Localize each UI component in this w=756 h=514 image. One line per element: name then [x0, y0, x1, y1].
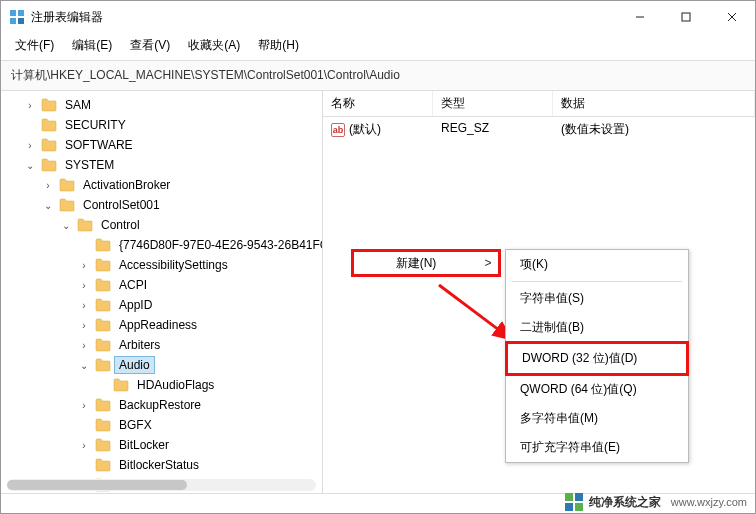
tree-item[interactable]: ›AppID	[1, 295, 322, 315]
close-button[interactable]	[709, 1, 755, 33]
tree-item[interactable]: HDAudioFlags	[1, 375, 322, 395]
tree-item[interactable]: BitlockerStatus	[1, 455, 322, 475]
tree-item-label: BitlockerStatus	[115, 457, 203, 473]
tree-item[interactable]: ›SOFTWARE	[1, 135, 322, 155]
tree-item[interactable]: ›BackupRestore	[1, 395, 322, 415]
context-submenu-item[interactable]: 字符串值(S)	[506, 284, 688, 313]
tree-item-label: BitLocker	[115, 437, 173, 453]
address-path: 计算机\HKEY_LOCAL_MACHINE\SYSTEM\ControlSet…	[11, 68, 400, 82]
tree-item-label: SYSTEM	[61, 157, 118, 173]
window-controls	[617, 1, 755, 33]
tree-item[interactable]: BGFX	[1, 415, 322, 435]
context-submenu-item[interactable]: 可扩充字符串值(E)	[506, 433, 688, 462]
tree-item-label: AppReadiness	[115, 317, 201, 333]
context-submenu-new: 项(K)字符串值(S)二进制值(B)DWORD (32 位)值(D)QWORD …	[505, 249, 689, 463]
folder-icon	[95, 278, 111, 292]
chevron-right-icon[interactable]: ›	[77, 278, 91, 292]
svg-rect-11	[565, 503, 573, 511]
tree-item[interactable]: {7746D80F-97E0-4E26-9543-26B41FC	[1, 235, 322, 255]
chevron-right-icon[interactable]: ›	[77, 258, 91, 272]
menu-edit[interactable]: 编辑(E)	[72, 37, 112, 54]
svg-rect-1	[18, 10, 24, 16]
registry-tree[interactable]: ›SAMSECURITY›SOFTWARE⌄SYSTEM›ActivationB…	[1, 95, 322, 493]
folder-icon	[41, 158, 57, 172]
tree-item[interactable]: ›AppReadiness	[1, 315, 322, 335]
tree-item[interactable]: ›SAM	[1, 95, 322, 115]
chevron-right-icon[interactable]: ›	[77, 298, 91, 312]
tree-item[interactable]: ›BitLocker	[1, 435, 322, 455]
chevron-right-icon[interactable]: ›	[41, 178, 55, 192]
context-submenu-item[interactable]: 多字符串值(M)	[506, 404, 688, 433]
chevron-down-icon[interactable]: ⌄	[59, 218, 73, 232]
folder-icon	[95, 438, 111, 452]
string-value-icon: ab	[331, 123, 345, 137]
chevron-down-icon[interactable]: ⌄	[41, 198, 55, 212]
tree-item-label: SAM	[61, 97, 95, 113]
tree-item[interactable]: SECURITY	[1, 115, 322, 135]
header-data[interactable]: 数据	[553, 91, 755, 116]
svg-rect-2	[10, 18, 16, 24]
folder-icon	[95, 418, 111, 432]
header-type[interactable]: 类型	[433, 91, 553, 116]
tree-item[interactable]: ›AccessibilitySettings	[1, 255, 322, 275]
tree-item-label: SECURITY	[61, 117, 130, 133]
tree-scrollbar-horizontal[interactable]	[7, 479, 316, 491]
context-submenu-item[interactable]: QWORD (64 位)值(Q)	[506, 375, 688, 404]
menu-favorites[interactable]: 收藏夹(A)	[188, 37, 240, 54]
tree-item-label: AccessibilitySettings	[115, 257, 232, 273]
tree-item[interactable]: ⌄Control	[1, 215, 322, 235]
folder-icon	[95, 398, 111, 412]
value-name: (默认)	[349, 121, 381, 138]
svg-rect-0	[10, 10, 16, 16]
context-submenu-item[interactable]: DWORD (32 位)值(D)	[505, 341, 689, 376]
folder-icon	[77, 218, 93, 232]
tree-item-label: BackupRestore	[115, 397, 205, 413]
tree-scrollbar-thumb[interactable]	[7, 480, 187, 490]
watermark-url: www.wxjzy.com	[671, 496, 747, 508]
folder-icon	[59, 178, 75, 192]
folder-icon	[113, 378, 129, 392]
chevron-right-icon[interactable]: ›	[23, 98, 37, 112]
value-type: REG_SZ	[433, 119, 553, 140]
tree-item[interactable]: ⌄ControlSet001	[1, 195, 322, 215]
value-row[interactable]: ab(默认)REG_SZ(数值未设置)	[323, 117, 755, 142]
tree-item-label: HDAudioFlags	[133, 377, 218, 393]
address-bar[interactable]: 计算机\HKEY_LOCAL_MACHINE\SYSTEM\ControlSet…	[1, 60, 755, 91]
tree-item-label: AppID	[115, 297, 156, 313]
watermark: 纯净系统之家 www.wxjzy.com	[565, 493, 747, 511]
folder-icon	[95, 318, 111, 332]
menu-separator	[512, 281, 682, 282]
chevron-right-icon[interactable]: ›	[77, 318, 91, 332]
context-submenu-item[interactable]: 项(K)	[506, 250, 688, 279]
tree-item-label: ActivationBroker	[79, 177, 174, 193]
context-item-new[interactable]: 新建(N) >	[351, 249, 501, 277]
header-name[interactable]: 名称	[323, 91, 433, 116]
menu-help[interactable]: 帮助(H)	[258, 37, 299, 54]
tree-item-label: ACPI	[115, 277, 151, 293]
minimize-button[interactable]	[617, 1, 663, 33]
chevron-right-icon: >	[478, 256, 498, 270]
chevron-down-icon[interactable]: ⌄	[23, 158, 37, 172]
title-bar: 注册表编辑器	[1, 1, 755, 33]
chevron-right-icon[interactable]: ›	[77, 398, 91, 412]
menu-view[interactable]: 查看(V)	[130, 37, 170, 54]
tree-item[interactable]: ›Arbiters	[1, 335, 322, 355]
tree-item[interactable]: ⌄Audio	[1, 355, 322, 375]
folder-icon	[95, 458, 111, 472]
chevron-right-icon[interactable]: ›	[77, 438, 91, 452]
chevron-right-icon[interactable]: ›	[23, 138, 37, 152]
watermark-brand: 纯净系统之家	[589, 494, 661, 511]
menu-file[interactable]: 文件(F)	[15, 37, 54, 54]
chevron-right-icon[interactable]: ›	[77, 338, 91, 352]
context-submenu-item[interactable]: 二进制值(B)	[506, 313, 688, 342]
tree-item-label: ControlSet001	[79, 197, 164, 213]
tree-item[interactable]: ›ActivationBroker	[1, 175, 322, 195]
svg-rect-5	[682, 13, 690, 21]
tree-item[interactable]: ›ACPI	[1, 275, 322, 295]
menu-bar: 文件(F) 编辑(E) 查看(V) 收藏夹(A) 帮助(H)	[1, 33, 755, 60]
values-list[interactable]: ab(默认)REG_SZ(数值未设置)	[323, 117, 755, 142]
value-data: (数值未设置)	[553, 119, 755, 140]
maximize-button[interactable]	[663, 1, 709, 33]
tree-item[interactable]: ⌄SYSTEM	[1, 155, 322, 175]
chevron-down-icon[interactable]: ⌄	[77, 358, 91, 372]
